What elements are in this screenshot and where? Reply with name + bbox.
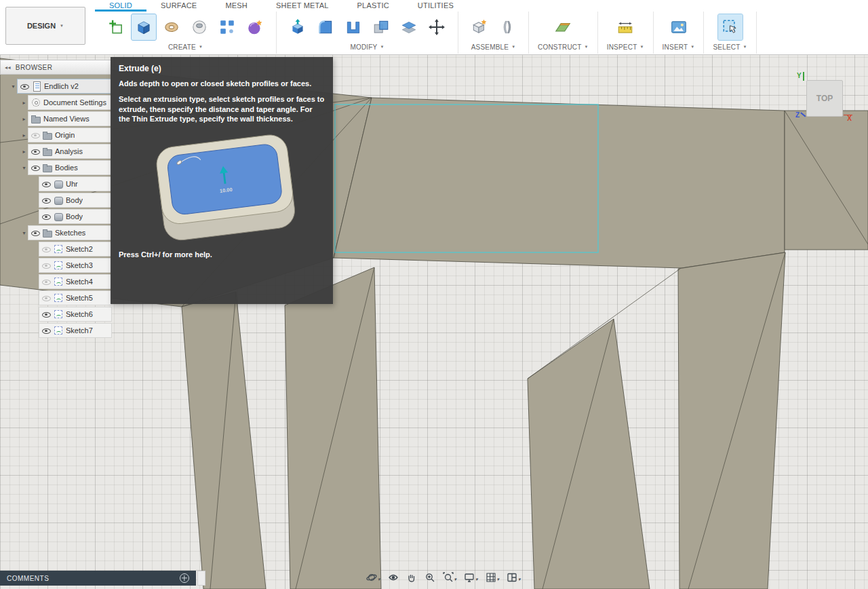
expand-arrow-icon[interactable] — [20, 149, 28, 155]
construct-plane-icon — [554, 18, 572, 36]
measure-button[interactable] — [613, 14, 637, 40]
browser-item-sketch[interactable]: Sketch3 — [0, 258, 112, 273]
expand-arrow-icon[interactable] — [20, 230, 28, 236]
create-menu[interactable]: CREATE — [168, 43, 203, 51]
visibility-eye-icon[interactable] — [42, 180, 51, 189]
grid-snaps-button[interactable] — [483, 569, 502, 586]
browser-item-sketches[interactable]: Sketches — [0, 225, 112, 240]
revolve-button[interactable] — [159, 14, 184, 40]
insert-image-button[interactable] — [667, 14, 691, 40]
tooltip-title: Extrude (e) — [119, 64, 325, 73]
new-component-button[interactable] — [467, 14, 492, 40]
browser-item-bodies[interactable]: Bodies — [0, 160, 112, 175]
visibility-eye-icon[interactable] — [42, 326, 51, 335]
display-settings-button[interactable] — [461, 569, 481, 586]
expand-arrow-icon[interactable] — [20, 100, 28, 106]
model-face[interactable] — [678, 252, 785, 589]
viewcube-top-face[interactable]: TOP — [806, 80, 843, 117]
toolbar-group-create: CREATE — [95, 12, 277, 54]
offset-face-button[interactable] — [397, 14, 421, 40]
visibility-eye-icon[interactable] — [42, 310, 51, 319]
visibility-eye-icon[interactable] — [31, 147, 40, 156]
expand-arrow-icon[interactable] — [9, 83, 17, 90]
model-face[interactable] — [334, 98, 785, 268]
pattern-button[interactable] — [215, 14, 239, 40]
visibility-eye-icon[interactable] — [42, 196, 51, 205]
tab-sheet-metal[interactable]: SHEET METAL — [262, 0, 343, 12]
modify-menu[interactable]: MODIFY — [350, 43, 384, 51]
browser-item-body[interactable]: Body — [0, 209, 112, 224]
construct-plane-button[interactable] — [551, 14, 575, 40]
viewcube[interactable]: TOP Y X Z — [806, 80, 843, 117]
move-button[interactable] — [425, 14, 449, 40]
pan-button[interactable] — [403, 570, 420, 585]
visibility-eye-icon[interactable] — [42, 212, 51, 221]
browser-item-analysis[interactable]: Analysis — [0, 144, 112, 159]
model-face[interactable] — [528, 319, 650, 589]
expand-arrow-icon[interactable] — [20, 165, 28, 171]
tab-solid[interactable]: SOLID — [95, 0, 146, 12]
assemble-menu[interactable]: ASSEMBLE — [471, 43, 516, 51]
new-component-icon — [471, 18, 488, 36]
add-comment-icon[interactable] — [180, 573, 189, 583]
browser-item-sketch[interactable]: Sketch2 — [0, 242, 112, 256]
press-pull-button[interactable] — [285, 14, 310, 40]
tab-surface[interactable]: SURFACE — [146, 0, 211, 12]
select-menu[interactable]: SELECT — [713, 43, 747, 51]
shell-button[interactable] — [341, 14, 366, 40]
browser-item-named-views[interactable]: Named Views — [0, 111, 112, 126]
visibility-eye-icon[interactable] — [42, 245, 51, 254]
viewports-button[interactable] — [504, 569, 524, 586]
zoom-button[interactable] — [422, 570, 438, 585]
browser-item-document-settings[interactable]: Document Settings — [0, 95, 112, 110]
joint-button[interactable] — [495, 14, 519, 40]
expand-arrow-icon[interactable] — [20, 116, 28, 122]
orbit-button[interactable] — [363, 569, 383, 586]
browser-tree: Endlich v2 Document Settings Named Views… — [0, 79, 112, 338]
visibility-eye-icon[interactable] — [31, 131, 40, 140]
browser-item-body-uhr[interactable]: Uhr — [0, 176, 112, 191]
tab-plastic[interactable]: PLASTIC — [343, 0, 403, 12]
create-form-button[interactable] — [243, 14, 267, 40]
chevron-down-icon — [511, 43, 515, 51]
browser-item-sketch[interactable]: Sketch4 — [0, 274, 112, 289]
browser-item-sketch6[interactable]: Sketch6 — [0, 307, 112, 322]
model-face[interactable] — [785, 111, 868, 250]
look-at-button[interactable] — [385, 570, 401, 585]
collapse-panel-icon[interactable] — [5, 64, 11, 71]
visibility-eye-icon[interactable] — [42, 278, 51, 286]
extrude-button[interactable] — [132, 14, 156, 40]
browser-item-root[interactable]: Endlich v2 — [0, 79, 112, 94]
comments-panel[interactable]: COMMENTS — [0, 571, 196, 586]
visibility-eye-icon[interactable] — [31, 229, 40, 238]
model-face[interactable] — [285, 267, 381, 589]
inspect-menu-label: INSPECT — [607, 43, 637, 51]
insert-menu[interactable]: INSERT — [663, 43, 695, 51]
browser-header[interactable]: BROWSER — [0, 60, 112, 75]
inspect-menu[interactable]: INSPECT — [607, 43, 644, 51]
visibility-eye-icon[interactable] — [42, 261, 51, 270]
browser-item-body[interactable]: Body — [0, 193, 112, 208]
visibility-eye-icon[interactable] — [20, 82, 29, 91]
fit-button[interactable] — [440, 569, 460, 586]
hole-button[interactable] — [187, 14, 212, 40]
model-face[interactable] — [182, 292, 266, 589]
combine-button[interactable] — [369, 14, 393, 40]
toolbar-group-assemble: ASSEMBLE — [458, 12, 529, 54]
tab-mesh[interactable]: MESH — [211, 0, 262, 12]
axis-y-line — [803, 72, 804, 81]
fillet-button[interactable] — [313, 14, 338, 40]
select-button[interactable] — [718, 14, 743, 40]
design-menu-button[interactable]: DESIGN — [5, 7, 85, 45]
construct-menu[interactable]: CONSTRUCT — [538, 43, 589, 51]
panel-resize-handle[interactable] — [197, 571, 205, 586]
tab-utilities[interactable]: UTILITIES — [403, 0, 468, 12]
visibility-eye-icon[interactable] — [42, 294, 51, 303]
browser-item-sketch[interactable]: Sketch5 — [0, 290, 112, 305]
expand-arrow-icon[interactable] — [20, 132, 28, 138]
chevron-down-icon — [690, 43, 694, 51]
browser-item-origin[interactable]: Origin — [0, 128, 112, 142]
create-sketch-button[interactable] — [104, 14, 128, 40]
browser-item-sketch7[interactable]: Sketch7 — [0, 323, 112, 338]
visibility-eye-icon[interactable] — [31, 164, 40, 172]
